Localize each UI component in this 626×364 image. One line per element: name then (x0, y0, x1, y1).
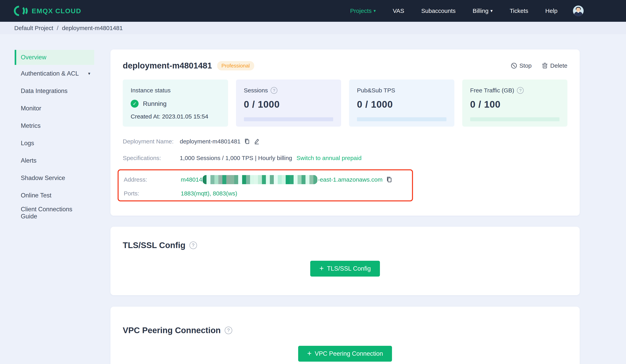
ports-row: Ports: 1883(mqtt), 8083(ws) (124, 189, 407, 198)
deployment-overview-card: deployment-m4801481 Professional Stop (111, 49, 580, 216)
vpc-peering-card: VPC Peering Connection ? + VPC Peering C… (111, 307, 580, 364)
address-ports-annotation-box: Address: m48014 -east-1.amazonaws.com (117, 169, 413, 201)
stat-card-sessions: Sessions ? 0 / 1000 (236, 79, 341, 127)
address-redaction (202, 175, 317, 184)
add-tls-ssl-config-button[interactable]: + TLS/SSL Config (310, 261, 380, 277)
deployment-name-row: Deployment Name: deployment-m4801481 (123, 137, 567, 146)
nav-item-help[interactable]: Help (545, 7, 557, 14)
chevron-down-icon: ▾ (374, 9, 376, 13)
specifications-row: Specifications: 1,000 Sessions / 1,000 T… (123, 153, 567, 163)
breadcrumb-deployment[interactable]: deployment-m4801481 (62, 25, 123, 32)
nav-item-vas[interactable]: VAS (393, 7, 404, 14)
stat-value: 0 / 1000 (357, 99, 446, 110)
breadcrumb-separator: / (57, 25, 58, 32)
brand[interactable]: EMQX CLOUD (14, 4, 81, 17)
sessions-progress-bar (244, 117, 333, 121)
switch-annual-prepaid-link[interactable]: Switch to annual prepaid (297, 155, 362, 161)
page-title: deployment-m4801481 (123, 61, 212, 71)
plus-icon: + (319, 264, 324, 272)
sidebar-item-online-test[interactable]: Online Test (15, 187, 94, 204)
address-prefix: m48014 (181, 176, 202, 183)
chevron-down-icon: ▾ (490, 9, 493, 13)
edit-icon[interactable] (254, 138, 260, 145)
stat-label: Free Traffic (GB) (470, 87, 514, 94)
stat-label: Sessions (244, 87, 268, 94)
main-content: deployment-m4801481 Professional Stop (111, 34, 580, 364)
tls-ssl-title: TLS/SSL Config (123, 241, 186, 250)
delete-button[interactable]: Delete (542, 62, 567, 69)
stat-card-instance-status: Instance status ✓ Running Created At: 20… (123, 79, 228, 127)
user-avatar[interactable] (573, 5, 584, 16)
stop-button[interactable]: Stop (511, 62, 532, 69)
stat-card-free-traffic: Free Traffic (GB) ? 0 / 100 (462, 79, 568, 127)
sidebar-item-alerts[interactable]: Alerts (15, 152, 94, 169)
add-vpc-peering-button[interactable]: + VPC Peering Connection (298, 346, 392, 362)
nav-item-billing[interactable]: Billing ▾ (472, 7, 493, 14)
ports-label: Ports: (124, 190, 181, 197)
tls-ssl-card: TLS/SSL Config ? + TLS/SSL Config (111, 227, 580, 295)
stat-label: Pub&Sub TPS (357, 87, 395, 94)
sidebar-item-data-integrations[interactable]: Data Integrations (15, 82, 94, 100)
sidebar-item-metrics[interactable]: Metrics (15, 117, 94, 135)
vpc-peering-title: VPC Peering Connection (123, 326, 221, 335)
chevron-down-icon: ▾ (88, 71, 90, 76)
trash-icon (542, 63, 548, 69)
specifications-label: Specifications: (123, 155, 180, 161)
sidebar-item-monitor[interactable]: Monitor (15, 100, 94, 117)
status-check-icon: ✓ (131, 100, 139, 108)
breadcrumb-project[interactable]: Default Project (14, 25, 53, 32)
help-icon[interactable]: ? (271, 87, 277, 94)
nav-item-projects[interactable]: Projects ▾ (350, 7, 376, 14)
stop-icon (511, 63, 517, 69)
sidebar-item-authentication-acl[interactable]: Authentication & ACL ▾ (15, 65, 94, 82)
stat-value: 0 / 1000 (244, 99, 333, 110)
traffic-progress-bar (470, 117, 560, 121)
plus-icon: + (307, 350, 312, 357)
ports-value: 1883(mqtt), 8083(ws) (181, 190, 237, 197)
tps-progress-bar (357, 117, 446, 121)
copy-address-icon[interactable] (386, 176, 392, 183)
help-icon[interactable]: ? (190, 242, 197, 249)
deployment-name-label: Deployment Name: (123, 138, 180, 145)
emqx-logo-icon (14, 4, 27, 17)
brand-name: EMQX CLOUD (32, 7, 81, 15)
stat-value: 0 / 100 (470, 99, 560, 110)
status-text: Running (143, 100, 166, 108)
created-at: Created At: 2023.01.05 15:54 (131, 113, 220, 120)
help-icon[interactable]: ? (517, 87, 524, 94)
breadcrumb: Default Project / deployment-m4801481 (0, 22, 626, 34)
help-icon[interactable]: ? (225, 327, 232, 334)
copy-icon[interactable] (244, 138, 250, 145)
sidebar-item-logs[interactable]: Logs (15, 135, 94, 152)
sidebar-item-shadow-service[interactable]: Shadow Service (15, 169, 94, 187)
address-label: Address: (124, 176, 181, 183)
address-row: Address: m48014 -east-1.amazonaws.com (124, 175, 407, 184)
sidebar: Overview Authentication & ACL ▾ Data Int… (0, 34, 103, 221)
address-value: m48014 -east-1.amazonaws.com (181, 175, 383, 184)
specifications-value: 1,000 Sessions / 1,000 TPS | Hourly bill… (180, 155, 292, 161)
address-suffix: -east-1.amazonaws.com (318, 176, 383, 183)
top-navbar: EMQX CLOUD Projects ▾ VAS Subaccounts Bi… (0, 0, 626, 22)
nav-item-subaccounts[interactable]: Subaccounts (421, 7, 456, 14)
sidebar-item-client-connections-guide[interactable]: Client Connections Guide (15, 204, 94, 221)
deployment-name-value: deployment-m4801481 (180, 138, 240, 145)
plan-badge: Professional (217, 61, 254, 71)
nav-items: Projects ▾ VAS Subaccounts Billing ▾ Tic… (333, 5, 584, 16)
nav-item-tickets[interactable]: Tickets (509, 7, 528, 14)
stat-card-pubsub-tps: Pub&Sub TPS 0 / 1000 (349, 79, 454, 127)
stat-label: Instance status (131, 87, 171, 94)
sidebar-item-overview[interactable]: Overview (15, 50, 94, 65)
